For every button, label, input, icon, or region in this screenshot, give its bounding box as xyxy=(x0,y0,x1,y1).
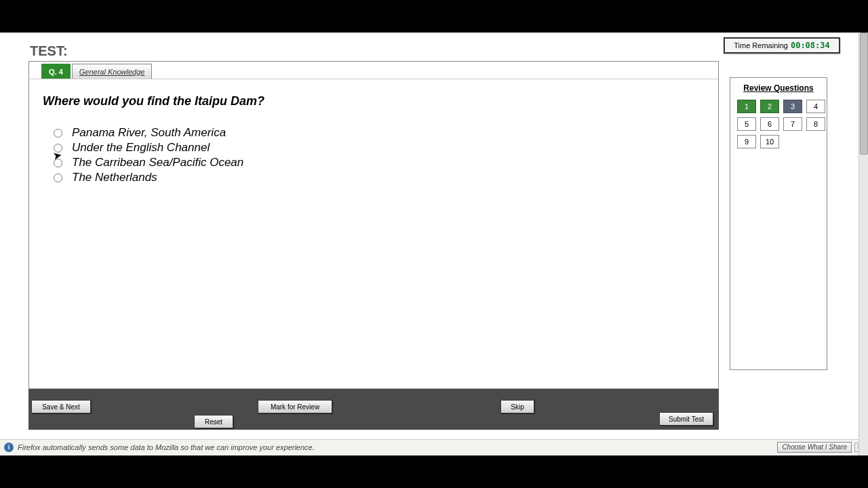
review-question-1[interactable]: 1 xyxy=(737,100,756,113)
tab-question-number[interactable]: Q. 4 xyxy=(41,64,71,79)
letterbox-bottom xyxy=(0,455,868,488)
letterbox-top xyxy=(0,0,868,33)
review-grid: 12345678910 xyxy=(734,100,823,148)
mark-review-button[interactable]: Mark for Review xyxy=(258,400,332,413)
tab-category[interactable]: General Knowledge xyxy=(72,64,153,79)
option-row: Panama River, South America xyxy=(54,126,705,140)
save-next-button[interactable]: Save & Next xyxy=(31,400,91,413)
review-panel: Review Questions 12345678910 xyxy=(730,77,827,370)
reset-button[interactable]: Reset xyxy=(194,415,233,428)
review-question-4[interactable]: 4 xyxy=(806,100,825,113)
review-question-8[interactable]: 8 xyxy=(806,117,825,131)
submit-test-button[interactable]: Submit Test xyxy=(659,412,713,426)
review-question-2[interactable]: 2 xyxy=(760,100,779,113)
timer-box: Time Remaining 00:08:34 xyxy=(724,37,840,54)
option-row: Under the English Channel xyxy=(54,141,705,155)
review-title: Review Questions xyxy=(734,83,823,93)
option-label: Panama River, South America xyxy=(72,126,226,140)
review-question-10[interactable]: 10 xyxy=(760,135,779,148)
info-icon: i xyxy=(4,443,14,452)
timer-value: 00:08:34 xyxy=(791,41,830,50)
option-row: The Netherlands xyxy=(54,171,705,184)
option-label: The Netherlands xyxy=(72,171,157,184)
option-row: The Carribean Sea/Pacific Ocean xyxy=(54,156,705,169)
action-bar: Save & Next Reset Mark for Review Skip S… xyxy=(28,389,719,430)
option-radio-3[interactable] xyxy=(54,159,62,167)
notification-bar: i Firefox automatically sends some data … xyxy=(0,439,868,454)
option-radio-2[interactable] xyxy=(54,144,62,152)
review-question-7[interactable]: 7 xyxy=(783,117,802,131)
test-title: TEST: xyxy=(30,43,68,59)
review-question-3[interactable]: 3 xyxy=(783,100,802,113)
option-radio-4[interactable] xyxy=(54,174,62,182)
scrollbar-thumb[interactable] xyxy=(860,33,868,155)
timer-label: Time Remaining xyxy=(734,41,788,49)
skip-button[interactable]: Skip xyxy=(500,400,534,413)
question-panel: Q. 4 General Knowledge Where would you f… xyxy=(28,61,719,389)
tabs-row: Q. 4 General Knowledge xyxy=(29,62,718,79)
question-text: Where would you find the Itaipu Dam? xyxy=(43,94,705,108)
options-list: Panama River, South America Under the En… xyxy=(43,126,705,184)
notification-text: Firefox automatically sends some data to… xyxy=(18,443,315,451)
option-radio-1[interactable] xyxy=(54,129,62,138)
question-area: Where would you find the Itaipu Dam? Pan… xyxy=(29,79,718,201)
choose-share-button[interactable]: Choose What I Share xyxy=(777,442,852,453)
option-label: The Carribean Sea/Pacific Ocean xyxy=(72,156,243,169)
option-label: Under the English Channel xyxy=(72,141,210,155)
scrollbar-track[interactable] xyxy=(859,33,868,455)
review-question-5[interactable]: 5 xyxy=(737,117,756,131)
review-question-9[interactable]: 9 xyxy=(737,135,756,148)
review-question-6[interactable]: 6 xyxy=(760,117,779,131)
